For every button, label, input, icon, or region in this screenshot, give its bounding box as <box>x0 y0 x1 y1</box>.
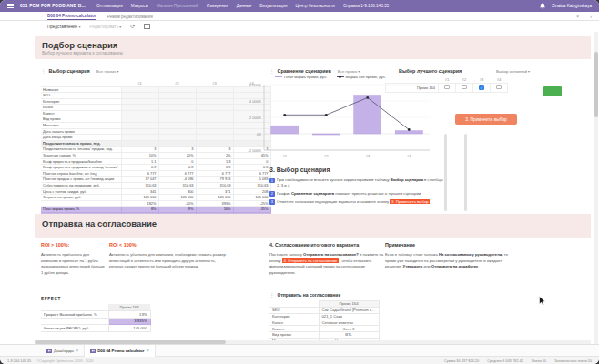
cell[interactable] <box>158 123 196 129</box>
cell[interactable]: 0.9 <box>196 165 233 171</box>
bottom-tab[interactable]: D00 04 Promo calculator× <box>85 345 155 357</box>
pane-scrollbar[interactable] <box>444 134 447 211</box>
cell[interactable] <box>196 140 233 147</box>
kebab-menu-icon[interactable]: ⋮ <box>269 292 275 298</box>
cell[interactable]: 182% <box>121 200 158 207</box>
cell[interactable]: 0.8 <box>233 165 270 171</box>
cell[interactable]: 10% <box>121 153 158 159</box>
cell[interactable] <box>196 110 233 116</box>
apply-choice-button[interactable]: 3. Применить выбор <box>455 114 517 125</box>
kebab-menu-icon[interactable]: ⋮ <box>269 68 275 74</box>
cell[interactable] <box>196 116 233 123</box>
cell[interactable]: 13% <box>108 311 150 318</box>
cell[interactable] <box>121 98 158 105</box>
cell[interactable]: 3 935% <box>108 318 150 325</box>
cell[interactable]: 393% <box>196 200 233 207</box>
topbar-menu-item[interactable]: Оптимизация <box>96 4 123 8</box>
kebab-menu-icon[interactable]: ⋮ <box>41 68 46 74</box>
cell[interactable] <box>196 123 233 129</box>
cell[interactable]: 3 <box>121 147 158 153</box>
close-pane-icon[interactable]: × <box>576 15 579 21</box>
cell[interactable]: 0.9 <box>121 165 158 171</box>
topbar-menu-item[interactable]: Справка 1-9.100.148.35 <box>343 4 389 8</box>
cell[interactable]: Сок Сады Grand (Premium с... <box>319 307 379 313</box>
bottom-tab[interactable]: Дашборды× <box>41 345 85 357</box>
cell[interactable] <box>121 123 158 129</box>
hamburger-menu-icon[interactable] <box>7 4 14 8</box>
cell[interactable] <box>121 105 158 111</box>
cell[interactable]: 310.63 <box>121 183 158 189</box>
grid-view-icon[interactable] <box>144 24 150 29</box>
cell[interactable]: 145 000 <box>158 195 196 201</box>
cell[interactable] <box>158 93 196 99</box>
cell[interactable]: 6 777 <box>233 170 270 177</box>
topbar-menu-item[interactable]: Измерения <box>207 4 228 8</box>
scenario-checkbox[interactable] <box>462 85 467 90</box>
cell[interactable]: 20% <box>158 153 196 159</box>
cell[interactable]: 3 <box>196 147 233 153</box>
scrollbar-thumb[interactable] <box>35 340 226 344</box>
cell[interactable]: 208 <box>233 188 270 195</box>
cell[interactable]: -5 083 <box>233 177 270 183</box>
cell[interactable]: -9% <box>158 207 196 213</box>
cell[interactable]: 79 974 <box>196 177 233 183</box>
cell[interactable]: 145 000 <box>121 195 158 201</box>
best-scenario-filter-dropdown[interactable]: Выбор основной ▾ <box>496 69 530 74</box>
topbar-menu-item[interactable]: Макросы <box>131 4 148 8</box>
cell[interactable] <box>196 105 233 111</box>
cell[interactable] <box>196 86 233 93</box>
cell[interactable]: 310.63 <box>196 183 233 189</box>
cell[interactable]: 371 <box>196 188 233 195</box>
tab-close-icon[interactable]: × <box>147 349 149 353</box>
cell[interactable]: 145 000 <box>108 325 150 332</box>
topbar-menu-item[interactable]: Данные <box>237 4 252 8</box>
cell[interactable]: 0.8 <box>158 165 196 171</box>
cell[interactable] <box>196 98 233 105</box>
topbar-menu-item[interactable]: Магазин Приложений <box>157 4 198 8</box>
comparison-filter-dropdown[interactable]: Все промо ▾ <box>338 69 360 74</box>
cell[interactable] <box>121 128 158 135</box>
cell[interactable]: 145 000 <box>233 195 270 201</box>
cell[interactable]: 6 777 <box>196 170 233 177</box>
scenario-checkbox[interactable] <box>496 85 502 90</box>
topbar-menu-item[interactable]: Визуализация <box>259 4 287 8</box>
cell[interactable] <box>121 93 158 99</box>
collapse-pane-icon[interactable]: ‹ <box>590 15 592 21</box>
cell[interactable]: 310.63 <box>158 183 196 189</box>
cell[interactable] <box>121 116 158 123</box>
cell[interactable]: -35% <box>233 207 270 213</box>
cell[interactable]: -4 096 <box>158 177 196 183</box>
tab-promo-calculator[interactable]: D00 04 Promo calculator <box>47 12 96 20</box>
cell[interactable]: 2% <box>196 153 233 159</box>
cell[interactable]: 6 777 <box>121 170 158 177</box>
cell[interactable]: 8% <box>121 207 158 213</box>
cell[interactable]: Сеть 3 <box>319 326 379 332</box>
refresh-icon[interactable]: ⟳ <box>130 24 135 29</box>
cell[interactable]: 300 <box>158 188 196 195</box>
cell[interactable] <box>158 105 196 111</box>
cell[interactable]: 0 <box>158 158 196 165</box>
cell[interactable]: BTL <box>319 331 379 338</box>
tab-edit-mode[interactable]: Режим редактирования <box>107 13 153 20</box>
horizontal-scrollbar[interactable] <box>35 340 591 344</box>
cell[interactable]: 3 <box>158 147 196 153</box>
vertical-scrollbar[interactable] <box>594 32 598 344</box>
cell[interactable] <box>158 116 196 123</box>
cell[interactable]: 16% <box>196 207 233 213</box>
cell[interactable]: 1.3 <box>196 158 233 165</box>
cell[interactable] <box>158 110 196 116</box>
scrollbar-thumb[interactable] <box>594 52 598 117</box>
cell[interactable]: 37 047 <box>121 177 158 183</box>
scenario-checkbox[interactable] <box>444 85 450 90</box>
cell[interactable]: 341 <box>121 188 158 195</box>
cell[interactable]: 6 777 <box>158 170 196 177</box>
cell[interactable]: Сетевые клиенты <box>319 319 379 326</box>
cell[interactable] <box>158 140 196 147</box>
cell[interactable]: 1.1 <box>121 158 158 165</box>
cell[interactable] <box>158 98 196 105</box>
scenario-checkbox[interactable]: ✓ <box>479 85 484 90</box>
action-chip[interactable]: 3. Применить выбор <box>390 199 430 204</box>
cell[interactable]: 310.63 <box>233 183 270 189</box>
cell[interactable]: 021_1 Соки <box>319 313 379 319</box>
cell[interactable] <box>121 140 158 147</box>
